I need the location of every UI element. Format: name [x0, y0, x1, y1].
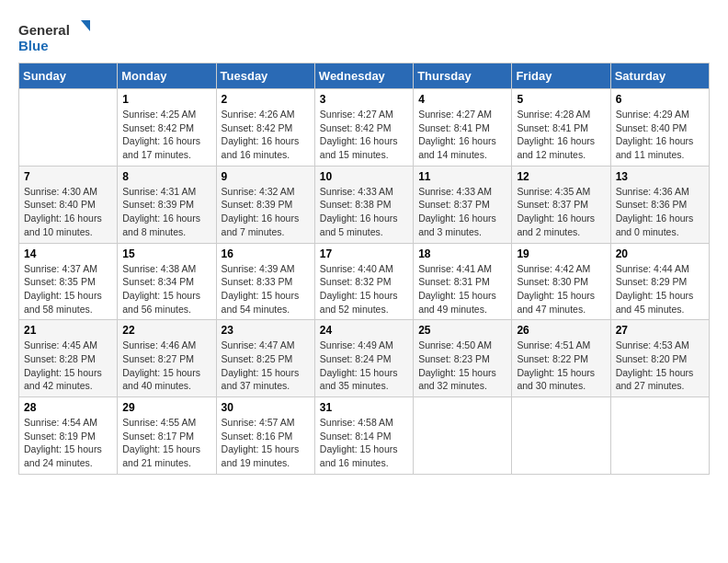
- day-number: 12: [517, 170, 605, 183]
- calendar-cell: 14Sunrise: 4:37 AM Sunset: 8:35 PM Dayli…: [19, 243, 118, 320]
- day-number: 1: [122, 93, 210, 106]
- calendar-week-row: 14Sunrise: 4:37 AM Sunset: 8:35 PM Dayli…: [19, 243, 710, 320]
- calendar-week-row: 21Sunrise: 4:45 AM Sunset: 8:28 PM Dayli…: [19, 320, 710, 397]
- day-number: 17: [320, 247, 408, 260]
- day-info: Sunrise: 4:29 AM Sunset: 8:40 PM Dayligh…: [616, 108, 704, 162]
- day-number: 26: [517, 324, 605, 337]
- calendar-cell: 8Sunrise: 4:31 AM Sunset: 8:39 PM Daylig…: [118, 166, 216, 243]
- calendar-cell: 13Sunrise: 4:36 AM Sunset: 8:36 PM Dayli…: [610, 166, 709, 243]
- day-info: Sunrise: 4:35 AM Sunset: 8:37 PM Dayligh…: [517, 185, 605, 239]
- day-number: 29: [122, 401, 210, 414]
- day-info: Sunrise: 4:57 AM Sunset: 8:16 PM Dayligh…: [222, 416, 310, 470]
- calendar-cell: 26Sunrise: 4:51 AM Sunset: 8:22 PM Dayli…: [512, 320, 610, 397]
- day-info: Sunrise: 4:26 AM Sunset: 8:42 PM Dayligh…: [222, 108, 310, 162]
- calendar-cell: 5Sunrise: 4:28 AM Sunset: 8:41 PM Daylig…: [512, 89, 610, 167]
- day-number: 20: [616, 247, 704, 260]
- calendar-cell: [610, 397, 709, 475]
- day-info: Sunrise: 4:50 AM Sunset: 8:23 PM Dayligh…: [418, 339, 506, 393]
- day-number: 25: [418, 324, 506, 337]
- calendar-header-cell: Wednesday: [314, 63, 413, 89]
- calendar-table: SundayMondayTuesdayWednesdayThursdayFrid…: [18, 63, 710, 475]
- calendar-cell: 16Sunrise: 4:39 AM Sunset: 8:33 PM Dayli…: [216, 243, 314, 320]
- calendar-cell: 24Sunrise: 4:49 AM Sunset: 8:24 PM Dayli…: [314, 320, 413, 397]
- day-info: Sunrise: 4:28 AM Sunset: 8:41 PM Dayligh…: [517, 108, 605, 162]
- day-info: Sunrise: 4:47 AM Sunset: 8:25 PM Dayligh…: [222, 339, 310, 393]
- day-info: Sunrise: 4:37 AM Sunset: 8:35 PM Dayligh…: [24, 262, 112, 316]
- day-info: Sunrise: 4:27 AM Sunset: 8:42 PM Dayligh…: [320, 108, 408, 162]
- calendar-cell: 23Sunrise: 4:47 AM Sunset: 8:25 PM Dayli…: [216, 320, 314, 397]
- page-header: General Blue: [18, 18, 710, 55]
- day-number: 18: [418, 247, 506, 260]
- calendar-cell: 10Sunrise: 4:33 AM Sunset: 8:38 PM Dayli…: [314, 166, 413, 243]
- day-info: Sunrise: 4:33 AM Sunset: 8:37 PM Dayligh…: [418, 185, 506, 239]
- day-info: Sunrise: 4:36 AM Sunset: 8:36 PM Dayligh…: [616, 185, 704, 239]
- day-number: 3: [320, 93, 408, 106]
- day-number: 27: [616, 324, 704, 337]
- calendar-week-row: 28Sunrise: 4:54 AM Sunset: 8:19 PM Dayli…: [19, 397, 710, 475]
- day-info: Sunrise: 4:40 AM Sunset: 8:32 PM Dayligh…: [320, 262, 408, 316]
- svg-text:General: General: [18, 22, 70, 38]
- day-info: Sunrise: 4:58 AM Sunset: 8:14 PM Dayligh…: [320, 416, 408, 470]
- calendar-cell: 1Sunrise: 4:25 AM Sunset: 8:42 PM Daylig…: [118, 89, 216, 167]
- calendar-cell: 18Sunrise: 4:41 AM Sunset: 8:31 PM Dayli…: [414, 243, 512, 320]
- calendar-header-cell: Tuesday: [216, 63, 314, 89]
- calendar-header-cell: Monday: [118, 63, 216, 89]
- calendar-cell: 4Sunrise: 4:27 AM Sunset: 8:41 PM Daylig…: [414, 89, 512, 167]
- calendar-cell: [414, 397, 512, 475]
- day-number: 22: [122, 324, 210, 337]
- calendar-cell: 2Sunrise: 4:26 AM Sunset: 8:42 PM Daylig…: [216, 89, 314, 167]
- day-number: 31: [320, 401, 408, 414]
- day-info: Sunrise: 4:45 AM Sunset: 8:28 PM Dayligh…: [24, 339, 112, 393]
- day-number: 28: [24, 401, 112, 414]
- day-info: Sunrise: 4:53 AM Sunset: 8:20 PM Dayligh…: [616, 339, 704, 393]
- day-info: Sunrise: 4:39 AM Sunset: 8:33 PM Dayligh…: [222, 262, 310, 316]
- calendar-cell: 12Sunrise: 4:35 AM Sunset: 8:37 PM Dayli…: [512, 166, 610, 243]
- day-info: Sunrise: 4:46 AM Sunset: 8:27 PM Dayligh…: [122, 339, 210, 393]
- calendar-cell: 27Sunrise: 4:53 AM Sunset: 8:20 PM Dayli…: [610, 320, 709, 397]
- calendar-cell: 21Sunrise: 4:45 AM Sunset: 8:28 PM Dayli…: [19, 320, 118, 397]
- calendar-header: SundayMondayTuesdayWednesdayThursdayFrid…: [19, 63, 710, 89]
- calendar-cell: [512, 397, 610, 475]
- day-number: 4: [418, 93, 506, 106]
- day-info: Sunrise: 4:25 AM Sunset: 8:42 PM Dayligh…: [122, 108, 210, 162]
- day-number: 15: [122, 247, 210, 260]
- day-info: Sunrise: 4:30 AM Sunset: 8:40 PM Dayligh…: [24, 185, 112, 239]
- calendar-cell: [19, 89, 118, 167]
- day-info: Sunrise: 4:54 AM Sunset: 8:19 PM Dayligh…: [24, 416, 112, 470]
- day-info: Sunrise: 4:38 AM Sunset: 8:34 PM Dayligh…: [122, 262, 210, 316]
- logo: General Blue: [18, 18, 92, 55]
- day-number: 11: [418, 170, 506, 183]
- calendar-cell: 30Sunrise: 4:57 AM Sunset: 8:16 PM Dayli…: [216, 397, 314, 475]
- day-info: Sunrise: 4:51 AM Sunset: 8:22 PM Dayligh…: [517, 339, 605, 393]
- calendar-cell: 22Sunrise: 4:46 AM Sunset: 8:27 PM Dayli…: [118, 320, 216, 397]
- day-info: Sunrise: 4:44 AM Sunset: 8:29 PM Dayligh…: [616, 262, 704, 316]
- day-info: Sunrise: 4:49 AM Sunset: 8:24 PM Dayligh…: [320, 339, 408, 393]
- svg-marker-2: [81, 20, 90, 31]
- day-number: 7: [24, 170, 112, 183]
- day-number: 16: [222, 247, 310, 260]
- calendar-header-cell: Sunday: [19, 63, 118, 89]
- calendar-header-cell: Thursday: [414, 63, 512, 89]
- day-info: Sunrise: 4:41 AM Sunset: 8:31 PM Dayligh…: [418, 262, 506, 316]
- calendar-cell: 19Sunrise: 4:42 AM Sunset: 8:30 PM Dayli…: [512, 243, 610, 320]
- day-number: 9: [222, 170, 310, 183]
- calendar-cell: 17Sunrise: 4:40 AM Sunset: 8:32 PM Dayli…: [314, 243, 413, 320]
- calendar-cell: 3Sunrise: 4:27 AM Sunset: 8:42 PM Daylig…: [314, 89, 413, 167]
- day-number: 10: [320, 170, 408, 183]
- day-number: 23: [222, 324, 310, 337]
- day-info: Sunrise: 4:55 AM Sunset: 8:17 PM Dayligh…: [122, 416, 210, 470]
- day-number: 6: [616, 93, 704, 106]
- calendar-cell: 29Sunrise: 4:55 AM Sunset: 8:17 PM Dayli…: [118, 397, 216, 475]
- calendar-cell: 15Sunrise: 4:38 AM Sunset: 8:34 PM Dayli…: [118, 243, 216, 320]
- day-number: 13: [616, 170, 704, 183]
- day-number: 2: [222, 93, 310, 106]
- calendar-header-cell: Friday: [512, 63, 610, 89]
- day-number: 19: [517, 247, 605, 260]
- day-number: 14: [24, 247, 112, 260]
- calendar-cell: 28Sunrise: 4:54 AM Sunset: 8:19 PM Dayli…: [19, 397, 118, 475]
- calendar-cell: 25Sunrise: 4:50 AM Sunset: 8:23 PM Dayli…: [414, 320, 512, 397]
- day-info: Sunrise: 4:42 AM Sunset: 8:30 PM Dayligh…: [517, 262, 605, 316]
- calendar-cell: 9Sunrise: 4:32 AM Sunset: 8:39 PM Daylig…: [216, 166, 314, 243]
- day-info: Sunrise: 4:27 AM Sunset: 8:41 PM Dayligh…: [418, 108, 506, 162]
- logo-svg: General Blue: [18, 18, 92, 55]
